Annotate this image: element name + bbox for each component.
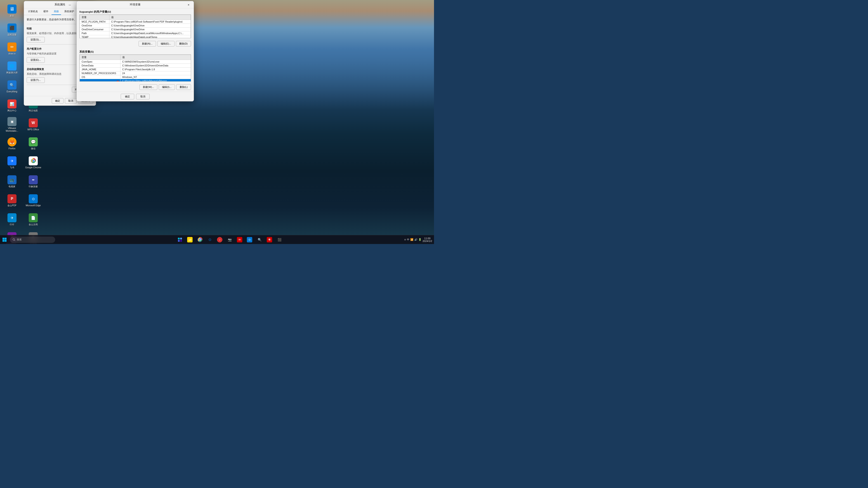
taskbar-music[interactable]: ♪ [215, 235, 224, 244]
tab-system-protection[interactable]: 系统保护 [62, 8, 76, 15]
mail-taskbar-icon: ✉ [237, 237, 242, 242]
file-explorer-icon: 📁 [187, 237, 193, 242]
cancel-button[interactable]: 取消 [65, 98, 76, 104]
sys-var-name-header: 变量 [80, 55, 121, 60]
ok-button[interactable]: 确定 [52, 98, 64, 104]
table-row[interactable]: JAVA_HOME C:\Program Files\Java\jdk-1.8 [80, 68, 191, 71]
taskbar-mail[interactable]: ✉ [235, 235, 244, 244]
windows-icon [2, 237, 7, 242]
tray-up-arrow[interactable]: ∧ [404, 238, 406, 241]
table-row[interactable]: OS Windows_NT [80, 75, 191, 79]
svg-line-8 [15, 240, 16, 241]
chrome-taskbar-icon [197, 237, 203, 242]
icon-remote[interactable]: ⬛ 远程连接 [2, 21, 22, 39]
sys-edit-button[interactable]: 编辑(I)... [159, 84, 175, 90]
user-vars-table-container[interactable]: 变量 值 MOZ_PLUGIN_PATH C:\Program Files (x… [79, 14, 191, 38]
icon-wechat[interactable]: 💬 微信 [23, 135, 43, 153]
taskbar-edgebrowser[interactable]: ⊙ [245, 235, 254, 244]
svg-rect-5 [2, 240, 4, 242]
taskbar-edge[interactable]: ⊙ [205, 235, 214, 244]
tab-advanced[interactable]: 高级 [52, 8, 61, 15]
icon-wps[interactable]: W WPS Office [23, 116, 43, 134]
icon-firefox[interactable]: 🦊 Firefox [2, 135, 22, 153]
camera-taskbar-icon: 📷 [227, 237, 232, 242]
env-ok-button[interactable]: 确定 [121, 94, 134, 99]
svg-point-15 [199, 239, 201, 240]
table-row[interactable]: TEMP C:\Users\liuguanglei\AppData\Local\… [80, 35, 191, 38]
tray-sound[interactable]: 🔊 [414, 238, 417, 241]
minimize-button[interactable]: — [65, 1, 75, 8]
user-vars-section-title: liuguanglei 的用户变量(U) [76, 8, 194, 14]
icon-vmware[interactable]: ▣ VMware Workstatio... [2, 116, 22, 134]
tray-icons: ∧ 中 📶 🔊 🔋 [404, 238, 422, 241]
icon-wangdian[interactable]: 📊 网点中心 [2, 97, 22, 115]
icon-desktop[interactable]: 🖥 桌面 [2, 2, 22, 20]
taskbar-chrome[interactable] [195, 235, 204, 244]
search-placeholder: 搜索 [17, 238, 22, 241]
svg-rect-10 [180, 238, 182, 239]
icon-dianshijia[interactable]: 📺 电视家 [2, 173, 22, 191]
icon-everything[interactable]: 🔍 Everything [2, 78, 22, 96]
tab-computer-name[interactable]: 计算机名 [26, 8, 40, 15]
table-row[interactable]: OneDrive C:\Users\liuguanglei\OneDrive [80, 24, 191, 28]
taskbar-youdao[interactable]: 有 [265, 235, 274, 244]
env-window-controls: ✕ [183, 1, 194, 8]
svg-rect-3 [2, 238, 4, 240]
browser-taskbar-icon: ⊙ [247, 237, 252, 242]
svg-rect-9 [178, 238, 180, 239]
sys-delete-button[interactable]: 删除(L) [176, 84, 191, 90]
table-row[interactable]: ComSpec C:\WINDOWS\system32\cmd.exe [80, 60, 191, 64]
table-row-path-selected[interactable]: Path 1 C:\Program Files (x86)\VMware\VMw… [80, 79, 191, 82]
extra-taskbar-icon: ⬛ [277, 237, 282, 242]
svg-point-2 [32, 160, 34, 162]
env-cancel-button[interactable]: 取消 [136, 94, 150, 99]
taskbar-search-box[interactable]: 搜索 [10, 236, 55, 243]
taskbar-datetime[interactable]: 11:00 2024/1/2 [423, 237, 432, 242]
table-row[interactable]: Path C:\Users\liuguanglei\AppData\Local\… [80, 31, 191, 35]
system-vars-buttons: 新建(W)... 编辑(I)... 删除(L) [76, 84, 194, 92]
sys-var-value-header: 值 [120, 55, 191, 60]
user-vars-buttons: 新建(N)... 编辑(E)... 删除(D) [76, 40, 194, 48]
env-close-button[interactable]: ✕ [183, 1, 194, 8]
icon-print[interactable]: ✒ 印象新建 [23, 173, 43, 191]
icon-360speed[interactable]: 🌐 网速测大师 [2, 59, 22, 77]
icon-edge[interactable]: ⊙ Microsoft Edge [23, 192, 43, 210]
user-delete-button[interactable]: 删除(D) [176, 41, 191, 46]
edge-taskbar-icon: ⊙ [207, 237, 213, 242]
svg-rect-4 [5, 238, 7, 240]
table-row[interactable]: NUMBER_OF_PROCESSORS 24 [80, 71, 191, 75]
perf-settings-button[interactable]: 设置(S)... [27, 37, 45, 42]
user-profile-settings-button[interactable]: 设置(E)... [27, 57, 45, 63]
taskbar-camera[interactable]: 📷 [225, 235, 234, 244]
time-display: 11:00 [423, 237, 432, 240]
user-new-button[interactable]: 新建(N)... [138, 41, 156, 46]
taskbar-tray: ∧ 中 📶 🔊 🔋 11:00 2024/1/2 [404, 237, 434, 242]
tray-input-method[interactable]: 中 [407, 238, 409, 241]
icon-pdftools[interactable]: P 金山PDF [2, 192, 22, 210]
table-row[interactable]: MOZ_PLUGIN_PATH C:\Program Files (x86)\F… [80, 20, 191, 24]
table-row[interactable]: OneDriveConsumer C:\Users\liuguanglei\On… [80, 28, 191, 31]
user-var-name-header: 变量 [80, 15, 110, 20]
system-vars-table-container[interactable]: 变量 值 ComSpec C:\WINDOWS\system32\cmd.exe… [79, 55, 191, 82]
icon-jinshandoc[interactable]: 📄 金山文档 [23, 210, 43, 229]
icon-feishu[interactable]: ✈ 飞书 [2, 154, 22, 172]
user-edit-button[interactable]: 编辑(E)... [157, 41, 175, 46]
taskbar-file-explorer[interactable]: 📁 [185, 235, 194, 244]
taskbar-widgets[interactable] [176, 235, 184, 244]
startup-settings-button[interactable]: 设置(T)... [27, 77, 45, 83]
taskbar: 搜索 📁 [0, 235, 434, 244]
tray-battery[interactable]: 🔋 [418, 238, 422, 241]
icon-googlechrome[interactable]: Google Chrome [23, 154, 43, 172]
icon-feipiao[interactable]: ✈ 行付 [2, 210, 22, 229]
start-button[interactable] [0, 235, 9, 244]
sys-new-button[interactable]: 新建(W)... [140, 84, 157, 90]
table-row[interactable]: DriverData C:\Windows\System32\Drivers\D… [80, 64, 191, 68]
music-taskbar-icon: ♪ [217, 237, 222, 242]
taskbar-search2[interactable]: 🔍 [255, 235, 264, 244]
tab-hardware[interactable]: 硬件 [41, 8, 51, 15]
taskbar-extra[interactable]: ⬛ [275, 235, 284, 244]
widgets-icon [178, 237, 182, 242]
tray-wifi[interactable]: 📶 [410, 238, 413, 241]
env-vars-titlebar: 环境变量 ✕ [76, 1, 194, 8]
icon-drawio[interactable]: ✏ draw.io [2, 40, 22, 58]
